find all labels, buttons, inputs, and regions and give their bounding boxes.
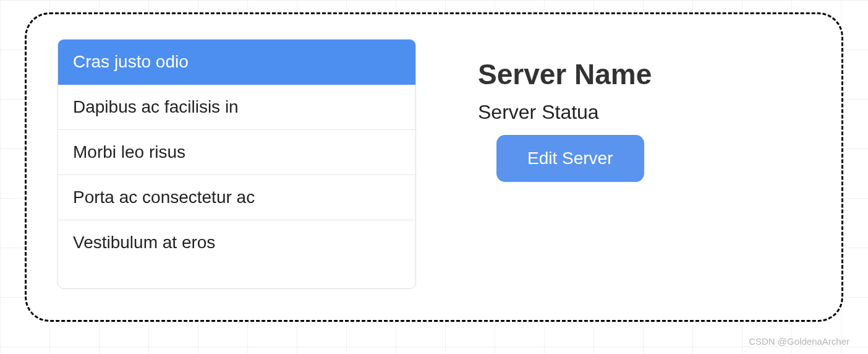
list-item[interactable]: Cras justo odio xyxy=(58,40,415,85)
server-name-heading: Server Name xyxy=(478,58,652,91)
list-item-label: Dapibus ac facilisis in xyxy=(73,97,239,116)
server-status-text: Server Statua xyxy=(478,101,652,124)
edit-server-button[interactable]: Edit Server xyxy=(496,135,644,182)
server-list: Cras justo odio Dapibus ac facilisis in … xyxy=(57,39,416,289)
list-item-label: Morbi leo risus xyxy=(73,142,185,162)
list-item[interactable]: Morbi leo risus xyxy=(58,130,415,175)
list-item-label: Vestibulum at eros xyxy=(73,233,215,252)
watermark-text: CSDN @GoldenaArcher xyxy=(749,336,849,347)
main-panel: Cras justo odio Dapibus ac facilisis in … xyxy=(25,12,843,322)
list-item[interactable]: Vestibulum at eros xyxy=(58,220,415,265)
list-item-label: Cras justo odio xyxy=(73,52,189,71)
list-item-label: Porta ac consectetur ac xyxy=(73,188,255,207)
edit-server-label: Edit Server xyxy=(527,149,613,168)
server-detail: Server Name Server Statua Edit Server xyxy=(478,39,652,289)
list-item[interactable]: Porta ac consectetur ac xyxy=(58,175,415,220)
list-item[interactable]: Dapibus ac facilisis in xyxy=(58,85,415,130)
